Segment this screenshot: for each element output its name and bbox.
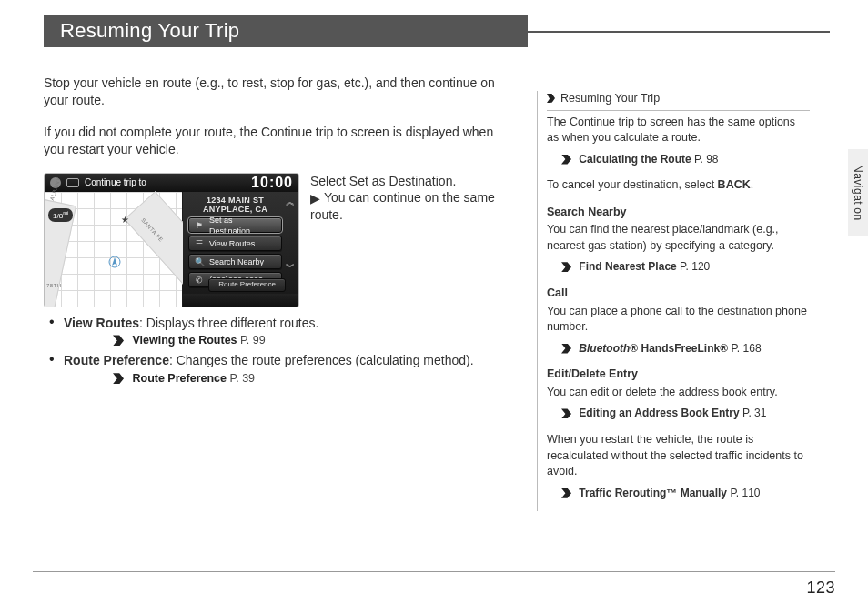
sidebar-subhead: Edit/Delete Entry — [547, 367, 810, 383]
sidebar-subhead: Call — [547, 286, 810, 302]
cross-reference: Bluetooth® HandsFreeLink® P. 168 — [547, 341, 810, 357]
sidebar-para: You can edit or delete the address book … — [547, 385, 810, 401]
nav-topbar: Continue trip to 10:00 — [45, 174, 298, 192]
cross-reference: Find Nearest Place P. 120 — [547, 259, 810, 275]
nav-map: ALBANY SANTA FE 78TH 1/8mi ★ — [45, 192, 183, 306]
feature-bullets: View Routes: Displays three different ro… — [49, 315, 508, 387]
manual-page: Navigation Resuming Your Trip Stop your … — [0, 0, 868, 613]
routes-icon: ☰ — [195, 239, 204, 248]
sidebar-para: To cancel your destination, select BACK. — [547, 177, 810, 194]
nav-screenshot: Continue trip to 10:00 ALBANY SANTA FE 7… — [44, 173, 299, 307]
chapter-tab: Navigation — [848, 149, 868, 236]
xref-icon — [561, 155, 571, 165]
nav-view-routes-button[interactable]: ☰ View Routes — [188, 236, 282, 251]
map-road-label: 78TH — [46, 282, 62, 289]
nav-clock: 10:00 — [251, 173, 293, 193]
status-icon — [66, 178, 79, 187]
cross-reference: Traffic Rerouting™ Manually P. 110 — [547, 486, 810, 501]
nav-route-preference-button[interactable]: Route Preference — [208, 278, 286, 292]
vehicle-icon — [108, 256, 121, 268]
title-bar: Resuming Your Trip — [44, 15, 528, 47]
title-rule — [528, 31, 830, 33]
nav-search-nearby-button[interactable]: 🔍 Search Nearby — [188, 254, 282, 269]
nav-destination-panel: 1234 MAIN ST ANYPLACE, CA ⚑ Set as Desti… — [183, 192, 298, 294]
sidebar-para: When you restart the vehicle, the route … — [547, 432, 810, 480]
bullet-view-routes: View Routes: Displays three different ro… — [49, 315, 508, 349]
svg-marker-1 — [112, 257, 117, 266]
xref-bluetooth-label: Bluetooth — [579, 342, 630, 355]
sidebar-para: The Continue trip to screen has the same… — [547, 115, 810, 146]
triangle-bullet-icon: ▶ — [310, 190, 320, 207]
xref-icon — [561, 262, 571, 272]
sidebar-para: You can find the nearest place/landmark … — [547, 222, 810, 254]
cross-reference: Editing an Address Book Entry P. 31 — [547, 406, 810, 421]
chevron-down-icon: ︾ — [284, 263, 297, 272]
chapter-tab-label: Navigation — [852, 165, 864, 221]
destination-icon: ★ — [121, 214, 129, 226]
flag-icon: ⚑ — [195, 221, 204, 230]
xref-icon — [561, 408, 571, 418]
xref-icon — [561, 488, 571, 498]
xref-icon — [113, 373, 124, 384]
footer-rule — [33, 571, 835, 572]
map-scalebar — [50, 296, 146, 303]
cross-reference: Viewing the Routes P. 99 — [64, 333, 508, 348]
sidebar-subhead: Search Nearby — [547, 205, 810, 221]
nav-set-destination-button[interactable]: ⚑ Set as Destination — [188, 217, 282, 233]
nav-destination-address: 1234 MAIN ST ANYPLACE, CA — [188, 196, 282, 215]
nav-topbar-title: Continue trip to — [85, 176, 146, 189]
xref-icon — [113, 335, 124, 346]
page-number: 123 — [806, 578, 835, 598]
xref-icon — [561, 344, 571, 354]
intro-para-2: If you did not complete your route, the … — [44, 124, 508, 158]
page-title: Resuming Your Trip — [44, 15, 528, 47]
instruction-text: Select Set as Destination. ▶You can cont… — [310, 173, 508, 225]
search-icon: 🔍 — [195, 257, 204, 266]
cross-reference: Route Preference P. 39 — [64, 371, 508, 387]
main-column: Stop your vehicle en route (e.g., to res… — [44, 75, 508, 390]
sidebar-para: You can place a phone call to the destin… — [547, 304, 810, 336]
screenshot-with-instruction: Continue trip to 10:00 ALBANY SANTA FE 7… — [44, 173, 508, 307]
cross-reference: Calculating the Route P. 98 — [547, 152, 810, 167]
chevron-up-icon: ︽ — [284, 197, 297, 206]
sidebar-heading: Resuming Your Trip — [547, 91, 810, 111]
map-scale: 1/8mi — [48, 208, 73, 222]
tips-sidebar: Resuming Your Trip The Continue trip to … — [537, 91, 810, 511]
bullet-route-preference: Route Preference: Changes the route pref… — [49, 352, 508, 387]
nav-scroll-indicator[interactable]: ︽ ︾ — [284, 197, 297, 272]
intro-para-1: Stop your vehicle en route (e.g., to res… — [44, 75, 508, 109]
